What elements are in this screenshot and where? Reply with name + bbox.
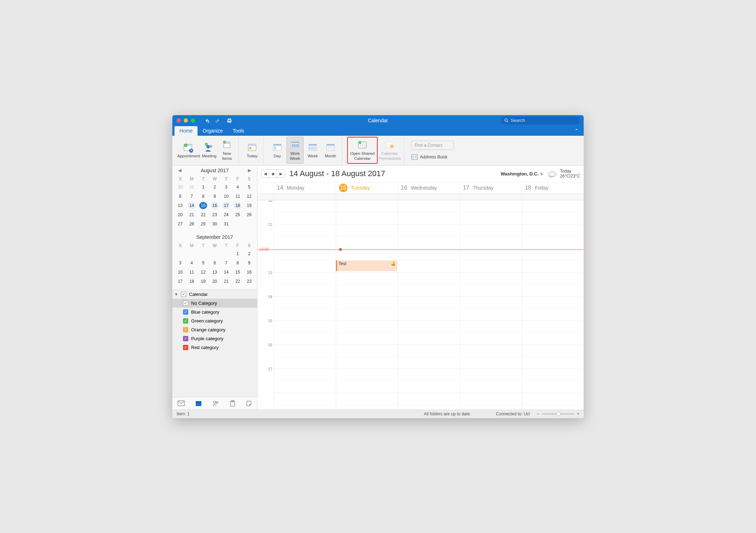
category-row[interactable]: ✓Purple category xyxy=(172,334,257,343)
people-module-icon[interactable] xyxy=(212,400,219,406)
minical-day[interactable]: 4 xyxy=(232,183,243,192)
minical-day[interactable]: 30 xyxy=(209,219,220,229)
minical-day[interactable]: 21 xyxy=(221,277,232,286)
time-cell[interactable] xyxy=(274,345,336,369)
time-cell[interactable] xyxy=(398,248,460,273)
minical-day[interactable]: 16 xyxy=(209,201,220,210)
time-cell[interactable] xyxy=(274,200,336,224)
minical-day[interactable] xyxy=(174,249,186,258)
minical-day[interactable]: 8 xyxy=(198,192,209,201)
time-cell[interactable] xyxy=(522,369,584,393)
time-cell[interactable] xyxy=(460,200,522,224)
category-row[interactable]: ✓Green category xyxy=(172,316,257,325)
minical-day[interactable]: 18 xyxy=(186,277,197,286)
calendar-list-root[interactable]: ▼ ✓ Calendar xyxy=(172,290,257,299)
minical-day[interactable]: 27 xyxy=(174,219,186,229)
checkbox-icon[interactable]: ✓ xyxy=(183,318,188,324)
print-icon[interactable] xyxy=(226,117,233,124)
today-button[interactable]: Today xyxy=(244,137,261,164)
notes-module-icon[interactable] xyxy=(246,400,252,406)
tasks-module-icon[interactable] xyxy=(230,400,235,406)
checkbox-icon[interactable]: ✓ xyxy=(183,345,188,350)
time-cell[interactable] xyxy=(398,321,460,345)
minical-day[interactable]: 15 xyxy=(232,268,243,277)
tab-home[interactable]: Home xyxy=(174,126,198,136)
time-cell[interactable] xyxy=(522,200,584,224)
minical-day[interactable]: 12 xyxy=(198,268,209,277)
minical-day[interactable]: 31 xyxy=(186,183,197,192)
time-cell[interactable] xyxy=(274,297,336,321)
zoom-window-button[interactable] xyxy=(191,118,195,123)
time-cell[interactable] xyxy=(398,369,460,393)
minical-day[interactable]: 26 xyxy=(244,210,255,219)
minical-day[interactable]: 11 xyxy=(232,192,243,201)
time-cell[interactable] xyxy=(460,273,522,297)
time-cell[interactable] xyxy=(274,224,336,248)
checkbox-icon[interactable]: ✓ xyxy=(183,336,188,341)
minical-day[interactable]: 7 xyxy=(221,258,232,268)
time-cell[interactable] xyxy=(460,393,522,410)
time-cell[interactable] xyxy=(274,369,336,393)
checkbox-icon[interactable]: ✓ xyxy=(183,327,188,332)
time-cell[interactable] xyxy=(522,345,584,369)
time-cell[interactable] xyxy=(274,273,336,297)
time-cell[interactable] xyxy=(336,273,398,297)
time-cell[interactable] xyxy=(336,224,398,248)
calendar-permissions-button[interactable]: Calendar Permissions xyxy=(378,137,401,164)
minical-day[interactable]: 10 xyxy=(221,192,232,201)
zoom-in-button[interactable]: + xyxy=(577,411,579,416)
minical-day[interactable]: 31 xyxy=(221,219,232,229)
time-grid[interactable]: 1011131415161712:03Test🔔 xyxy=(257,200,584,410)
minical-day[interactable]: 28 xyxy=(186,219,197,229)
time-cell[interactable] xyxy=(522,248,584,273)
work-week-view-button[interactable]: Work Week xyxy=(287,137,304,164)
minical-day[interactable]: 18 xyxy=(232,201,243,210)
meeting-button[interactable]: + Meeting xyxy=(201,137,218,164)
minical-day[interactable]: 9 xyxy=(244,258,255,268)
undo-icon[interactable] xyxy=(204,117,210,124)
minical-day[interactable]: 1 xyxy=(232,249,243,258)
time-cell[interactable] xyxy=(460,369,522,393)
minical-day[interactable]: 2 xyxy=(244,249,255,258)
time-cell[interactable] xyxy=(460,321,522,345)
minical-day[interactable]: 4 xyxy=(186,258,197,268)
all-day-row[interactable] xyxy=(257,194,584,200)
minical-day[interactable]: 19 xyxy=(198,277,209,286)
weather-widget[interactable]: Washington, D.C. ⇅ Today 26°C/23°C xyxy=(501,169,580,179)
time-cell[interactable] xyxy=(398,224,460,248)
minical-day[interactable]: 21 xyxy=(186,210,197,219)
time-cell[interactable] xyxy=(522,224,584,248)
category-row[interactable]: ✓Orange category xyxy=(172,325,257,334)
checkbox-icon[interactable]: ✓ xyxy=(183,309,188,315)
minical-day[interactable]: 14 xyxy=(186,201,197,210)
minical-day[interactable]: 25 xyxy=(232,210,243,219)
time-cell[interactable] xyxy=(460,224,522,248)
category-row[interactable]: ✓Red category xyxy=(172,343,257,352)
find-contact-input[interactable]: Find a Contact xyxy=(411,141,454,150)
time-cell[interactable] xyxy=(522,321,584,345)
day-view-button[interactable]: Day xyxy=(269,137,286,164)
minical-day[interactable]: 17 xyxy=(221,201,232,210)
minical-day[interactable]: 15 xyxy=(198,201,209,210)
time-cell[interactable] xyxy=(522,393,584,410)
checkbox-icon[interactable]: ✓ xyxy=(181,292,186,297)
minical-day[interactable]: 5 xyxy=(198,258,209,268)
minical-day[interactable]: 3 xyxy=(174,258,186,268)
minical-day[interactable]: 14 xyxy=(221,268,232,277)
time-cell[interactable] xyxy=(460,248,522,273)
minimize-window-button[interactable] xyxy=(184,118,188,123)
minical-day[interactable]: 24 xyxy=(221,210,232,219)
time-cell[interactable] xyxy=(274,248,336,273)
prev-range-button[interactable]: ◀ xyxy=(261,170,269,178)
time-cell[interactable] xyxy=(398,393,460,410)
minical-day[interactable] xyxy=(186,249,197,258)
next-range-button[interactable]: ▶ xyxy=(277,170,285,178)
search-box[interactable] xyxy=(501,117,579,124)
minical-day[interactable]: 3 xyxy=(221,183,232,192)
zoom-thumb[interactable] xyxy=(556,412,561,416)
minical-day[interactable]: 12 xyxy=(244,192,255,201)
minical-day[interactable]: 13 xyxy=(174,201,186,210)
time-cell[interactable] xyxy=(398,345,460,369)
minical-day[interactable]: 10 xyxy=(174,268,186,277)
disclosure-triangle-icon[interactable]: ▼ xyxy=(174,292,178,296)
